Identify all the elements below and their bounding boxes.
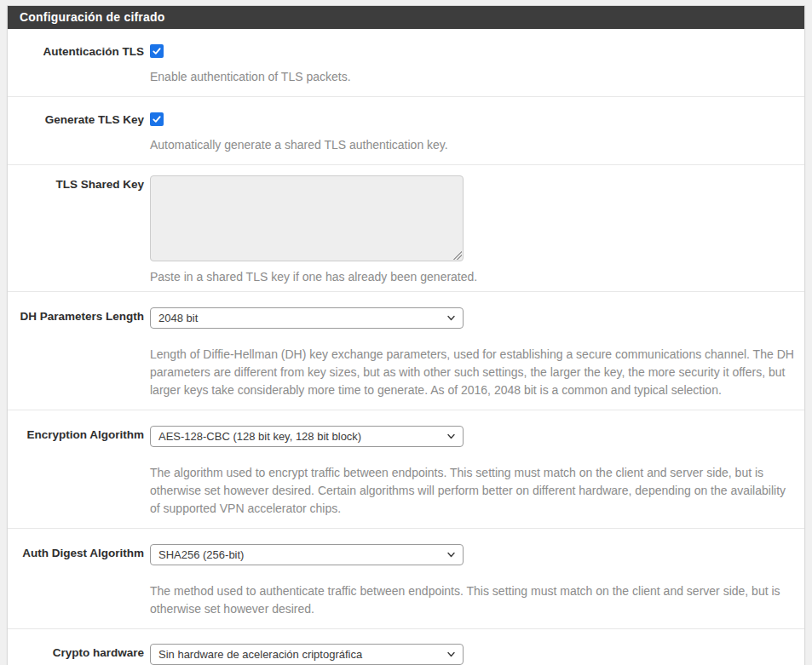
- tls-shared-key-textarea[interactable]: [150, 175, 464, 261]
- auth-digest-algorithm-select[interactable]: SHA256 (256-bit): [150, 544, 464, 565]
- panel-title: Configuración de cifrado: [8, 6, 804, 29]
- page: Configuración de cifrado Autenticación T…: [0, 0, 812, 665]
- row-tls-shared-key: TLS Shared Key Paste in a shared TLS key…: [8, 164, 804, 291]
- field-label: Autenticación TLS: [8, 43, 144, 86]
- crypto-hardware-select[interactable]: Sin hardware de aceleración criptográfic…: [150, 644, 464, 665]
- field-label: Generate TLS Key: [8, 111, 144, 154]
- field-description: The algorithm used to encrypt traffic be…: [150, 464, 794, 518]
- row-encryption-algorithm: Encryption Algorithm AES-128-CBC (128 bi…: [8, 410, 804, 528]
- row-crypto-hardware: Crypto hardware Sin hardware de acelerac…: [8, 628, 804, 665]
- field-description: Automatically generate a shared TLS auth…: [150, 136, 794, 154]
- field-label: Auth Digest Algorithm: [8, 544, 144, 618]
- field-description: Enable authentication of TLS packets.: [150, 68, 794, 86]
- row-auth-digest-algorithm: Auth Digest Algorithm SHA256 (256-bit) T…: [8, 528, 804, 628]
- row-dh-parameters-length: DH Parameters Length 2048 bit Length of …: [8, 291, 804, 410]
- field-label: Crypto hardware: [8, 644, 144, 665]
- encryption-algorithm-select[interactable]: AES-128-CBC (128 bit key, 128 bit block): [150, 426, 464, 447]
- generate-tls-key-checkbox[interactable]: [150, 112, 164, 126]
- dh-parameters-length-select[interactable]: 2048 bit: [150, 307, 464, 329]
- tls-authentication-checkbox[interactable]: [150, 44, 164, 58]
- field-label: DH Parameters Length: [8, 307, 144, 399]
- field-description: Paste in a shared TLS key if one has alr…: [150, 268, 794, 286]
- checkmark-icon: [152, 114, 162, 124]
- field-label: Encryption Algorithm: [8, 426, 144, 518]
- field-description: The method used to authenticate traffic …: [150, 582, 794, 618]
- row-tls-authentication: Autenticación TLS Enable authentication …: [8, 29, 804, 96]
- encryption-settings-panel: Configuración de cifrado Autenticación T…: [7, 5, 805, 665]
- field-description: Length of Diffie-Hellman (DH) key exchan…: [150, 346, 794, 399]
- checkmark-icon: [152, 46, 162, 56]
- field-label: TLS Shared Key: [8, 175, 144, 286]
- row-generate-tls-key: Generate TLS Key Automatically generate …: [8, 96, 804, 164]
